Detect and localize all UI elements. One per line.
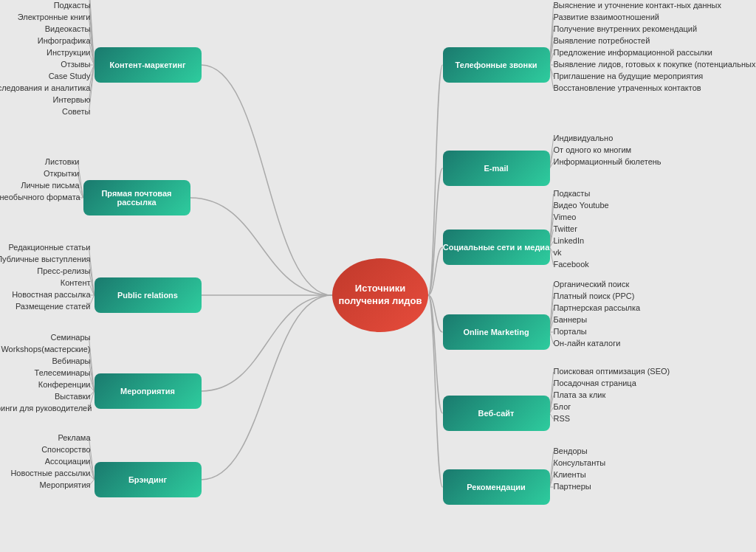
leaf-social-5: vk — [554, 248, 562, 257]
branch-social[interactable]: Социальные сети и медиа — [443, 230, 550, 265]
leaf-content-9: Исследования и аналитика — [0, 83, 91, 92]
branch-website[interactable]: Веб-сайт — [443, 396, 550, 431]
leaf-website-3: Блог — [554, 402, 571, 411]
leaf-online-1: Платный поиск (PPC) — [554, 291, 635, 300]
branch-label: E-mail — [484, 164, 508, 173]
branch-label: Телефонные звонки — [455, 61, 537, 69]
leaf-branding-4: Мероприятия — [0, 480, 91, 489]
leaf-pr-1: Публичные выступления — [0, 255, 91, 263]
leaf-events-4: Конференции — [0, 380, 91, 389]
branch-label: Рекомендации — [467, 483, 525, 491]
branch-email[interactable]: E-mail — [443, 151, 550, 186]
leaf-branding-2: Ассоциации — [0, 457, 91, 466]
leaf-social-2: Vimeo — [554, 213, 577, 221]
leaf-online-5: Он-лайн каталоги — [554, 339, 621, 348]
leaf-mail-3: Письма необычного формата — [0, 193, 80, 201]
leaf-phone-7: Восстановление утраченных контактов — [554, 83, 701, 92]
leaf-online-0: Органический поиск — [554, 280, 630, 289]
leaf-online-3: Баннеры — [554, 315, 588, 324]
branch-content[interactable]: Контент-маркетинг — [94, 47, 202, 83]
leaf-mail-0: Листовки — [0, 157, 80, 166]
leaf-phone-5: Выявление лидов, готовых к покупке (поте… — [554, 60, 757, 69]
leaf-website-4: RSS — [554, 414, 571, 423]
leaf-events-1: Workshops(мастерские) — [0, 345, 91, 353]
leaf-social-4: LinkedIn — [554, 236, 585, 245]
leaf-recommend-0: Вендоры — [554, 446, 588, 455]
leaf-content-4: Видеокасты — [0, 24, 91, 33]
leaf-website-2: Плата за клик — [554, 390, 606, 399]
leaf-content-6: Инструкции — [0, 48, 91, 57]
branch-label: Брэндинг — [128, 475, 167, 484]
leaf-content-11: Советы — [0, 107, 91, 116]
branch-label: Прямая почтовая рассылка — [83, 189, 190, 207]
leaf-content-7: Отзывы — [0, 60, 91, 69]
leaf-events-6: Брифинги для руководителей — [0, 404, 91, 413]
leaf-phone-0: Выяснение и уточнение контакт-ных данных — [554, 1, 722, 10]
leaf-website-1: Посадочная страница — [554, 379, 636, 387]
branch-branding[interactable]: Брэндинг — [94, 462, 202, 497]
leaf-content-10: Интервью — [0, 95, 91, 104]
branch-pr[interactable]: Public relations — [94, 277, 202, 313]
leaf-pr-0: Редакционные статьи — [0, 243, 91, 252]
leaf-email-1: От одного ко многим — [554, 145, 632, 154]
leaf-events-5: Выставки — [0, 392, 91, 401]
leaf-content-8: Case Study — [0, 72, 91, 80]
leaf-mail-1: Открытки — [0, 169, 80, 178]
leaf-website-0: Поисковая оптимизация (SEO) — [554, 367, 670, 376]
branch-label: Мероприятия — [120, 387, 175, 396]
leaf-online-2: Партнерская рассылка — [554, 303, 641, 312]
leaf-phone-4: Предложение информационной рассылки — [554, 48, 712, 57]
leaf-events-2: Вебинары — [0, 356, 91, 365]
branch-label: Веб-сайт — [478, 409, 515, 418]
branch-recommend[interactable]: Рекомендации — [443, 469, 550, 505]
leaf-pr-3: Контент — [0, 278, 91, 287]
branch-label: Контент-маркетинг — [110, 61, 186, 69]
leaf-mail-2: Личные письма — [0, 181, 80, 190]
leaf-phone-2: Получение внутренних рекомендаций — [554, 24, 698, 33]
leaf-pr-4: Новостная рассылка — [0, 290, 91, 299]
leaf-recommend-1: Консультанты — [554, 458, 606, 467]
leaf-pr-5: Размещение статей — [0, 302, 91, 311]
branch-phone[interactable]: Телефонные звонки — [443, 47, 550, 83]
leaf-social-3: Twitter — [554, 224, 577, 233]
leaf-recommend-2: Клиенты — [554, 470, 586, 479]
center-node[interactable]: Источники получения лидов — [332, 258, 428, 332]
leaf-events-3: Телесеминары — [0, 368, 91, 377]
branch-events[interactable]: Мероприятия — [94, 373, 202, 409]
leaf-email-2: Информационный бюлетень — [554, 157, 662, 166]
leaf-pr-2: Пресс-релизы — [0, 266, 91, 275]
branch-label: Public relations — [117, 291, 178, 300]
branch-mail[interactable]: Прямая почтовая рассылка — [83, 180, 190, 215]
center-label: Источники получения лидов — [332, 283, 428, 308]
branch-online[interactable]: Online Marketing — [443, 314, 550, 350]
leaf-email-0: Индивидуально — [554, 134, 614, 142]
leaf-events-0: Семинары — [0, 333, 91, 342]
leaf-branding-1: Спонсорство — [0, 445, 91, 454]
leaf-phone-1: Развитие взаимоотношений — [554, 13, 659, 21]
leaf-phone-3: Выявление потребностей — [554, 36, 650, 45]
leaf-social-6: Facebook — [554, 260, 589, 269]
leaf-content-5: Инфографика — [0, 36, 91, 45]
leaf-branding-0: Реклама — [0, 433, 91, 442]
leaf-branding-3: Новостные рассылки — [0, 469, 91, 477]
leaf-online-4: Порталы — [554, 327, 587, 336]
branch-label: Online Marketing — [463, 328, 529, 337]
leaf-content-3: Электронные книги — [0, 13, 91, 21]
leaf-content-2: Подкасты — [0, 1, 91, 10]
leaf-recommend-3: Партнеры — [554, 482, 591, 491]
branch-label: Социальные сети и медиа — [443, 243, 550, 252]
leaf-social-0: Подкасты — [554, 189, 591, 198]
leaf-social-1: Видео Youtube — [554, 201, 609, 210]
leaf-phone-6: Приглашение на будущие мероприятия — [554, 72, 704, 80]
